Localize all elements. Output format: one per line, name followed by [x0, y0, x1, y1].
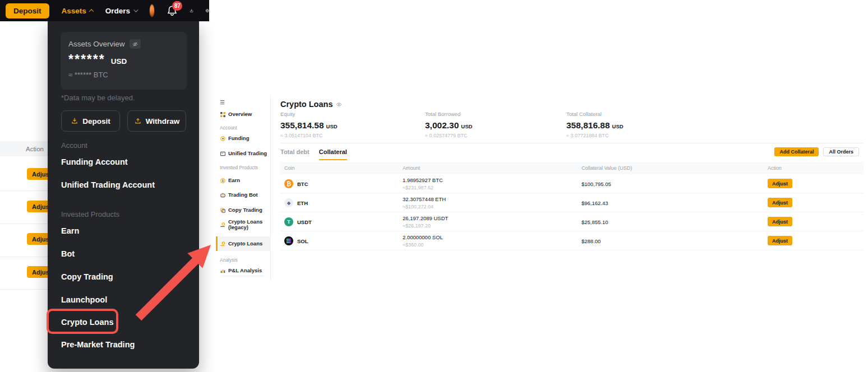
deposit-button[interactable]: Deposit	[6, 3, 49, 18]
withdraw-icon	[134, 117, 142, 125]
all-orders-button[interactable]: All Orders	[823, 147, 859, 156]
amount-usd-value: ≈$360.00	[403, 242, 443, 248]
table-row: ₿ BTC 1.98952927 BTC ≈$231,987.62 $100,7…	[280, 174, 864, 193]
adjust-button[interactable]: Adjust	[768, 179, 792, 188]
sidebar-section-account: Account	[220, 125, 237, 131]
add-collateral-button[interactable]: Add Collateral	[774, 147, 819, 156]
sidebar-divider	[221, 276, 264, 276]
assets-overview-title: Assets Overview	[68, 40, 125, 48]
stat-value: 358,816.88	[566, 120, 610, 131]
stat-label: Equity	[280, 111, 421, 117]
crypto-loans-icon	[220, 241, 225, 247]
nav-assets-menu[interactable]: Assets	[62, 7, 93, 15]
collateral-value: $96,162.43	[581, 200, 608, 206]
copy-trading-icon	[220, 207, 225, 213]
stat-sub-value: ≈ 3.05147104 BTC	[280, 133, 421, 138]
section-divider	[280, 143, 864, 143]
page-title: Crypto Loans	[280, 100, 333, 109]
sidebar-item-trading-bot[interactable]: Trading Bot	[220, 192, 258, 198]
stat-value: 3,002.30	[425, 120, 459, 131]
amount-value: 1.98952927 BTC	[403, 177, 443, 183]
notification-badge: 87	[172, 1, 182, 11]
table-row: SOL 2.00000000 SOL ≈$360.00 $288.00 Adju…	[280, 231, 864, 250]
sidebar-item-pnl-analysis[interactable]: P&L Analysis	[220, 268, 262, 273]
dropdown-withdraw-button[interactable]: Withdraw	[127, 110, 186, 132]
stat-total-collateral: Total Collateral 358,816.88 USD ≈ 3.0772…	[566, 111, 707, 138]
dropdown-deposit-label: Deposit	[82, 117, 110, 125]
sidebar-collapse-icon[interactable]: ☰	[220, 100, 225, 105]
download-icon[interactable]	[190, 5, 193, 16]
sidebar-item-crypto-loans-legacy[interactable]: Crypto Loans (legacy)	[220, 219, 268, 230]
coin-ticker: ETH	[297, 200, 308, 206]
sidebar-section-invested-products: Invested Products	[220, 165, 258, 170]
sidebar-item-earn[interactable]: Earn	[220, 178, 240, 183]
tab-total-debt[interactable]: Total debt	[280, 148, 310, 160]
amount-usd-value: ≈$26,197.20	[403, 223, 448, 229]
adjust-button[interactable]: Adjust	[768, 236, 792, 245]
globe-icon[interactable]	[205, 5, 209, 16]
menu-item-pre-market-trading[interactable]: Pre-Market Trading	[61, 340, 135, 349]
sidebar-active-accent	[216, 236, 218, 251]
menu-item-copy-trading[interactable]: Copy Trading	[61, 272, 113, 281]
row-divider	[0, 224, 48, 224]
column-header-collateral-value: Collateral Value (USD)	[581, 165, 632, 171]
stat-unit: USD	[326, 123, 338, 129]
sidebar-item-label: Overview	[228, 111, 252, 117]
earn-icon	[220, 178, 225, 183]
stat-total-borrowed: Total Borrowed 3,002.30 USD ≈ 0.02574779…	[425, 111, 565, 138]
column-header-action: Action	[768, 165, 782, 171]
sidebar-item-copy-trading[interactable]: Copy Trading	[220, 207, 262, 213]
sidebar-item-label: Earn	[228, 178, 240, 183]
dropdown-deposit-button[interactable]: Deposit	[61, 110, 120, 132]
assets-overview-card: Assets Overview ****** USD ≈ ****** BTC	[61, 32, 187, 90]
sidebar-item-funding[interactable]: Funding	[220, 136, 249, 141]
column-header-amount: Amount	[403, 165, 420, 171]
table-row: T USDT 26,197.2089 USDT ≈$26,197.20 $25,…	[280, 212, 864, 231]
masked-balance: ******	[68, 54, 105, 65]
menu-item-launchpool[interactable]: Launchpool	[61, 295, 107, 304]
sidebar-item-label: Trading Bot	[228, 192, 258, 198]
chevron-down-icon	[133, 7, 138, 12]
sidebar-item-overview[interactable]: Overview	[220, 111, 252, 117]
notifications-button[interactable]: 87	[166, 4, 178, 17]
show-balance-eye-icon[interactable]	[336, 101, 342, 108]
stat-sub-value: ≈ 3.07721884 BTC	[566, 133, 707, 138]
sidebar-section-analysis: Analysis	[220, 257, 238, 263]
menu-item-earn[interactable]: Earn	[61, 226, 79, 235]
eye-off-icon	[132, 41, 138, 48]
row-divider	[0, 289, 48, 290]
nav-orders-menu[interactable]: Orders	[105, 7, 137, 15]
sidebar-item-label: Funding	[228, 136, 249, 141]
highlight-box	[47, 309, 118, 334]
menu-item-unified-trading-account[interactable]: Unified Trading Account	[61, 180, 155, 189]
sidebar-item-crypto-loans[interactable]: Crypto Loans	[220, 241, 262, 247]
stat-label: Total Borrowed	[425, 111, 565, 117]
table-row: ◆ ETH 32.30757448 ETH ≈$100,272.04 $96,1…	[280, 193, 864, 212]
usdt-coin-icon: T	[284, 217, 293, 226]
stat-sub-value: ≈ 0.02574779 BTC	[425, 133, 565, 138]
eth-coin-icon: ◆	[284, 198, 293, 207]
adjust-button[interactable]: Adjust	[768, 198, 792, 207]
trading-bot-icon	[220, 192, 225, 198]
top-nav: Deposit Assets Orders 87	[0, 0, 209, 21]
hide-balance-toggle[interactable]	[130, 39, 141, 49]
table-header: Coin Amount Collateral Value (USD) Actio…	[280, 162, 864, 174]
amount-value: 26,197.2089 USDT	[403, 215, 448, 221]
stat-equity: Equity 355,814.58 USD ≈ 3.05147104 BTC	[280, 111, 421, 138]
btc-coin-icon: ₿	[284, 179, 293, 188]
amount-usd-value: ≈$231,987.62	[403, 185, 443, 190]
sidebar-item-label: P&L Analysis	[228, 268, 262, 273]
nav-orders-label: Orders	[105, 7, 130, 15]
stat-unit: USD	[612, 123, 624, 129]
menu-item-bot[interactable]: Bot	[61, 249, 75, 258]
unified-trading-icon	[220, 151, 225, 156]
collateral-value: $100,795.05	[581, 181, 611, 187]
sidebar-item-unified-trading[interactable]: Unified Trading	[220, 151, 267, 156]
amount-value: 32.30757448 ETH	[403, 196, 446, 202]
avatar[interactable]	[149, 4, 155, 17]
adjust-button[interactable]: Adjust	[768, 217, 792, 226]
balance-currency: USD	[111, 57, 127, 66]
tab-collateral[interactable]: Collateral	[319, 148, 347, 160]
amount-value: 2.00000000 SOL	[403, 234, 443, 240]
menu-item-funding-account[interactable]: Funding Account	[61, 157, 128, 166]
